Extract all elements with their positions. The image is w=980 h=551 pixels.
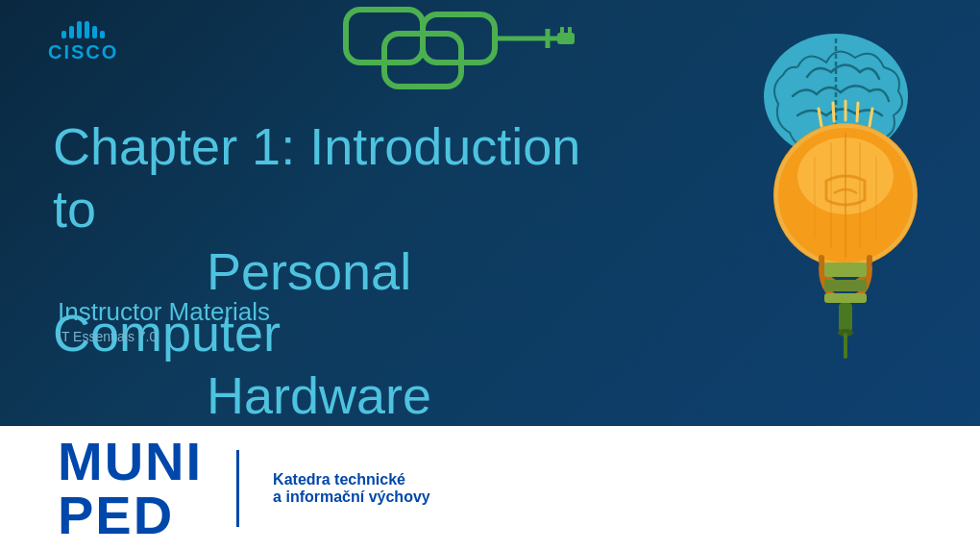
svg-rect-5 bbox=[557, 33, 575, 44]
slide: CISCO bbox=[0, 0, 980, 551]
muni-ped-block: MUNI PED bbox=[58, 435, 203, 542]
katedra-line1: Katedra technické bbox=[273, 471, 430, 488]
cisco-bar-6 bbox=[100, 31, 105, 38]
muni-text: MUNI bbox=[58, 435, 203, 488]
muni-logo: MUNI PED Katedra technické a informační … bbox=[58, 435, 430, 542]
instructor-materials-label: Instructor Materials bbox=[58, 297, 270, 327]
svg-line-18 bbox=[819, 109, 821, 126]
svg-rect-23 bbox=[824, 263, 867, 277]
it-essentials-label: IT Essentials 7.0 bbox=[58, 329, 270, 344]
svg-line-22 bbox=[870, 109, 872, 126]
lightbulb-illustration bbox=[749, 89, 942, 330]
cisco-bar-5 bbox=[92, 26, 97, 38]
svg-rect-7 bbox=[568, 27, 572, 34]
svg-line-21 bbox=[857, 103, 858, 121]
cisco-bar-4 bbox=[85, 21, 89, 38]
logo-divider bbox=[236, 450, 239, 527]
katedra-line2: a informační výchovy bbox=[273, 488, 430, 506]
svg-rect-26 bbox=[839, 303, 852, 332]
cisco-logo: CISCO bbox=[48, 21, 118, 63]
cisco-bar-3 bbox=[77, 21, 82, 38]
svg-line-19 bbox=[833, 103, 834, 121]
instructor-materials-section: Instructor Materials IT Essentials 7.0 bbox=[58, 297, 270, 344]
circuit-decoration-icon bbox=[288, 0, 576, 125]
svg-rect-24 bbox=[824, 280, 867, 291]
cisco-bar-1 bbox=[61, 31, 66, 38]
svg-rect-25 bbox=[824, 293, 867, 303]
katedra-block: Katedra technické a informační výchovy bbox=[273, 471, 430, 506]
top-section: CISCO bbox=[0, 0, 980, 426]
bottom-section: MUNI PED Katedra technické a informační … bbox=[0, 426, 980, 551]
ped-text: PED bbox=[58, 488, 203, 542]
main-title: Chapter 1: Introduction to Personal Comp… bbox=[53, 115, 615, 426]
cisco-text: CISCO bbox=[48, 41, 118, 63]
svg-rect-6 bbox=[560, 27, 564, 34]
cisco-bar-2 bbox=[69, 26, 74, 38]
chapter-title: Chapter 1: Introduction to Personal Comp… bbox=[53, 115, 615, 426]
cisco-bars-icon bbox=[61, 21, 105, 38]
